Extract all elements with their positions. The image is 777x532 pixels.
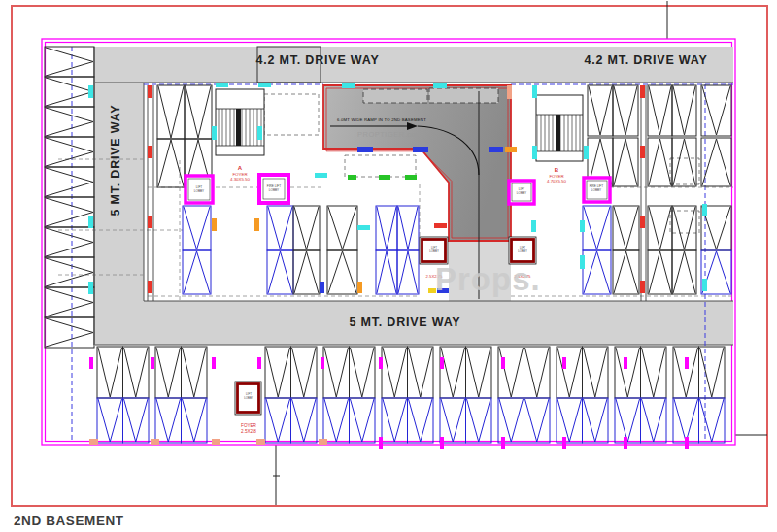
parking-stall <box>45 257 94 287</box>
parking-stall-mark <box>46 228 93 256</box>
parking-stall <box>123 398 150 443</box>
firelift-b-box: FIRE LIFT LOBBY <box>584 178 610 202</box>
parking-stall <box>408 347 434 398</box>
marker <box>348 175 356 180</box>
floor-label: 2ND BASEMENT <box>14 514 124 528</box>
marker <box>640 85 645 98</box>
marker <box>256 439 265 445</box>
marker <box>433 83 447 88</box>
parking-stall-mark <box>649 139 671 185</box>
parking-stall <box>641 347 667 398</box>
lift-a-label2: LOBBY <box>194 189 204 193</box>
parking-stall-mark <box>46 168 93 196</box>
parking-stall <box>97 347 123 398</box>
parking-stall-mark <box>616 348 640 397</box>
parking-stall-mark <box>642 348 666 397</box>
parking-stall-mark <box>377 207 396 249</box>
parking-stall <box>672 250 696 294</box>
parking-stall-mark <box>409 348 433 397</box>
parking-stall-mark <box>614 139 637 185</box>
marker <box>151 357 154 369</box>
parking-stall-mark <box>156 399 181 442</box>
parking-stall <box>45 227 94 257</box>
marker <box>357 225 370 230</box>
parking-stall <box>382 347 408 398</box>
bottom-lift: LIFT LOBBY FOYER 2.5X2.8 <box>235 382 261 434</box>
marker <box>379 437 383 449</box>
stair-b <box>536 95 583 161</box>
tower-a-dim: 4.30X5.50 <box>230 177 251 182</box>
bottom-lift-label2: LOBBY <box>244 396 253 400</box>
parking-stall <box>648 250 672 294</box>
parking-stall <box>583 347 609 398</box>
parking-stall-mark <box>673 251 695 293</box>
parking-stall-mark <box>328 207 356 249</box>
marker <box>440 437 444 449</box>
parking-stall-mark <box>46 138 93 166</box>
ramp-notch-1 <box>363 89 427 103</box>
parking-stall-mark <box>584 207 610 249</box>
tower-b-dim: 4.70X5.50 <box>547 179 567 183</box>
parking-stall <box>183 250 211 294</box>
parking-stall-mark <box>642 399 666 442</box>
parking-stall-mark <box>467 348 491 397</box>
tower-a-letter: A <box>238 165 243 171</box>
marker <box>315 173 327 178</box>
parking-stall <box>45 77 94 107</box>
lift-b-label2: LOBBY <box>517 191 526 195</box>
bottom-foyer-label: FOYER <box>241 423 257 428</box>
service-lift-a-label2: LOBBY <box>429 249 439 253</box>
parking-stall-mark <box>46 198 93 226</box>
firelift-b-label2: LOBBY <box>591 188 601 192</box>
parking-stall <box>157 85 185 139</box>
watermark-large: Props. <box>435 261 541 297</box>
parking-stall-mark <box>268 251 292 293</box>
parking-stall <box>291 347 318 398</box>
watermark-small: PROPTIGER.com <box>357 130 422 139</box>
marker <box>254 218 259 231</box>
parking-stall <box>648 206 672 250</box>
parking-stall <box>498 398 524 443</box>
marker <box>624 437 627 449</box>
parking-stall <box>327 206 357 250</box>
parking-stall-mark <box>398 207 418 249</box>
marker <box>212 126 217 140</box>
marker <box>640 216 645 228</box>
parking-stall-mark <box>649 207 671 249</box>
marker <box>702 279 707 291</box>
foyer-b-label: B FOYER 4.70X5.50 <box>547 167 567 183</box>
parking-stall <box>701 138 731 186</box>
parking-stall <box>350 398 376 443</box>
parking-stall-mark <box>292 348 317 397</box>
marker <box>379 357 383 369</box>
parking-stall <box>45 317 94 348</box>
parking-stall-mark <box>294 251 319 293</box>
parking-stall-mark <box>383 348 407 397</box>
marker <box>489 147 503 152</box>
marker <box>212 439 220 445</box>
parking-stall <box>182 347 208 398</box>
parking-stall-mark <box>124 399 149 442</box>
parking-stall <box>672 206 696 250</box>
parking-stall <box>397 250 419 294</box>
parking-stall <box>440 347 466 398</box>
marker <box>501 357 505 369</box>
driveway-label-top-left: 4.2 MT. DRIVE WAY <box>255 53 379 67</box>
parking-stall-mark <box>324 348 349 397</box>
parking-stall-mark <box>467 399 491 442</box>
parking-stall <box>440 398 466 443</box>
parking-stall-mark <box>673 139 695 185</box>
parking-stall-mark <box>649 251 671 293</box>
parking-stall-mark <box>98 348 122 397</box>
parking-stall <box>673 398 699 443</box>
lift-b-box: LIFT LOBBY <box>509 181 534 204</box>
parking-stall-mark <box>46 48 93 76</box>
driveway-label-top-right: 4.2 MT. DRIVE WAY <box>584 53 707 67</box>
dash-rect <box>264 94 319 135</box>
parking-stall <box>323 347 350 398</box>
parking-stall-mark <box>324 399 349 442</box>
marker <box>258 83 271 87</box>
parking-stall <box>583 398 609 443</box>
parking-stall-mark <box>584 399 608 442</box>
ramp-surface <box>323 85 511 241</box>
